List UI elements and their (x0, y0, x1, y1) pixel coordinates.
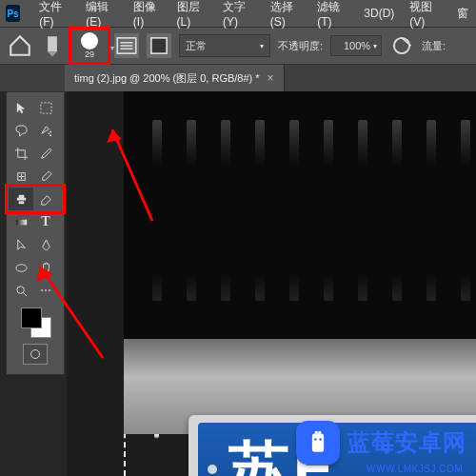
sample-icon[interactable] (147, 33, 171, 58)
svg-point-11 (15, 264, 26, 271)
opacity-input[interactable]: 100% ▾ (330, 35, 382, 56)
chevron-down-icon: ▾ (260, 42, 264, 50)
svg-point-3 (394, 38, 409, 53)
path-select-tool[interactable] (9, 233, 33, 256)
svg-rect-4 (40, 102, 50, 112)
watermark-brand: 蓝莓安卓网 (347, 427, 466, 458)
spot-heal-tool[interactable] (9, 165, 33, 188)
tools-panel: T ⋯ (6, 91, 65, 375)
document-image: 苏E (124, 91, 476, 476)
app-logo: Ps (6, 5, 20, 22)
color-swatches[interactable] (19, 306, 51, 338)
menu-3d[interactable]: 3D(D) (356, 7, 402, 20)
brush-size-label: 29 (85, 50, 94, 59)
lasso-tool[interactable] (9, 119, 33, 142)
type-tool[interactable]: T (33, 210, 58, 233)
flow-label: 流量: (422, 39, 446, 53)
svg-rect-13 (312, 433, 324, 451)
brush-tool[interactable] (33, 165, 58, 188)
menu-image[interactable]: 图像(I) (126, 0, 169, 29)
menu-select[interactable]: 选择(S) (263, 0, 310, 29)
zoom-tool[interactable] (9, 279, 33, 302)
chevron-down-icon: ▾ (110, 44, 114, 52)
watermark-url: WWW.LMKJSJ.COM (367, 464, 463, 474)
canvas-area[interactable]: 苏E (67, 91, 476, 476)
tool-preset-icon[interactable] (40, 33, 65, 58)
svg-point-16 (314, 438, 316, 440)
brush-preset-picker[interactable]: 29 ▾ (72, 30, 107, 61)
svg-point-12 (16, 286, 24, 293)
svg-point-17 (319, 438, 321, 440)
svg-rect-10 (15, 219, 26, 225)
clone-stamp-tool[interactable] (9, 188, 33, 210)
opacity-value: 100% (344, 40, 370, 51)
eyedropper-tool[interactable] (33, 142, 58, 165)
foreground-swatch[interactable] (21, 307, 42, 328)
svg-point-7 (50, 134, 51, 136)
home-icon[interactable] (8, 33, 32, 58)
watermark-badge-icon (296, 421, 340, 465)
menu-window[interactable]: 窗 (449, 6, 476, 22)
svg-point-6 (50, 130, 51, 132)
ellipse-tool[interactable] (9, 256, 33, 279)
quick-mask-icon[interactable] (23, 344, 48, 365)
pressure-opacity-icon[interactable] (389, 33, 414, 58)
crop-tool[interactable] (9, 142, 33, 165)
brush-settings-icon[interactable] (114, 33, 139, 58)
blend-mode-select[interactable]: 正常 ▾ (179, 34, 270, 57)
eraser-tool[interactable] (33, 188, 58, 210)
svg-rect-9 (18, 201, 24, 204)
svg-point-14 (315, 431, 319, 435)
menu-type[interactable]: 文字(Y) (215, 0, 263, 29)
brush-preview-icon (81, 32, 98, 50)
rect-marquee-tool[interactable] (33, 96, 58, 119)
svg-rect-0 (48, 36, 57, 51)
svg-point-15 (318, 431, 322, 435)
gradient-tool[interactable] (9, 210, 33, 233)
close-icon[interactable]: × (268, 71, 274, 85)
menu-filter[interactable]: 滤镜(T) (309, 0, 356, 29)
menu-view[interactable]: 视图(V) (402, 0, 449, 29)
menu-bar: Ps 文件(F) 编辑(E) 图像(I) 图层(L) 文字(Y) 选择(S) 滤… (0, 0, 476, 28)
menu-file[interactable]: 文件(F) (31, 0, 78, 29)
svg-point-5 (48, 132, 50, 134)
hand-tool[interactable] (33, 256, 58, 279)
menu-layer[interactable]: 图层(L) (169, 0, 216, 29)
quick-select-tool[interactable] (33, 119, 58, 142)
options-bar: 29 ▾ 正常 ▾ 不透明度: 100% ▾ 流量: (0, 28, 476, 65)
document-tab[interactable]: timg (2).jpg @ 200% (图层 0, RGB/8#) * × (65, 65, 285, 91)
pen-tool[interactable] (33, 233, 58, 256)
document-tab-title: timg (2).jpg @ 200% (图层 0, RGB/8#) * (74, 71, 260, 86)
plate-bolt-icon (208, 465, 217, 474)
move-tool[interactable] (9, 96, 33, 119)
menu-edit[interactable]: 编辑(E) (78, 0, 126, 29)
svg-rect-2 (151, 38, 167, 53)
chevron-down-icon: ▾ (373, 42, 377, 50)
blend-mode-value: 正常 (186, 39, 207, 53)
watermark: 蓝莓安卓网 (296, 421, 466, 465)
edit-toolbar-icon[interactable]: ⋯ (33, 279, 58, 302)
opacity-label: 不透明度: (278, 39, 323, 53)
document-tab-strip: timg (2).jpg @ 200% (图层 0, RGB/8#) * × (0, 65, 476, 92)
workspace: T ⋯ (0, 91, 476, 476)
